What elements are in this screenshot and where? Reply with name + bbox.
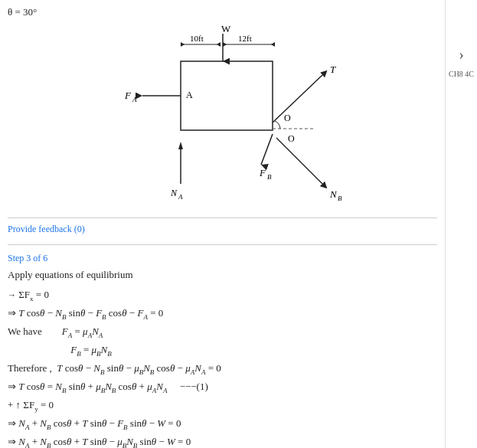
svg-text:A: A [132,96,137,103]
main-content: θ = 30° W 10ft 12ft [0,0,445,448]
step-section: Step 3 of 6 Apply equations of equilibri… [8,244,437,448]
eq9: ⇒ NA + NB cosθ + T sinθ − μBNB sinθ − W … [8,434,437,448]
feedback-link[interactable]: Provide feedback (0) [8,224,85,234]
svg-marker-6 [271,42,275,47]
label-fb: F [259,167,266,178]
eq2: ⇒ T cosθ − NB sinθ − FB cosθ − FA = 0 [8,306,437,322]
step-label: Step 3 of 6 [8,253,437,264]
eq1: → ΣFx = 0 [8,287,437,304]
label-nb: N [329,188,338,200]
eq3: We have FA = μANA [8,324,437,341]
eq4: FB = μBNB [38,342,437,359]
svg-marker-11 [178,142,183,149]
equations-block: → ΣFx = 0 ⇒ T cosθ − NB sinθ − FB cosθ −… [8,287,437,448]
svg-text:B: B [267,173,272,181]
svg-text:A: A [178,193,183,201]
svg-marker-3 [217,42,221,47]
theta-label: θ = 30° [8,6,437,18]
step-title: Apply equations of equilibrium [8,269,437,281]
label-10ft: 10ft [190,34,204,43]
sidebar-chapter-label: CH8 4C [449,70,474,78]
svg-marker-5 [223,42,227,47]
eq6: ⇒ T cosθ = NB sinθ + μBNB cosθ + μANA −−… [8,379,437,396]
label-12ft: 12ft [238,34,252,43]
label-o2: O [288,133,295,144]
label-na: N [170,188,178,198]
page-wrapper: θ = 30° W 10ft 12ft [0,0,477,448]
sidebar: › CH8 4C [445,0,477,448]
label-o1: O [284,113,291,123]
label-w: W [221,23,231,34]
eq8: ⇒ NA + NB cosθ + T sinθ − FB sinθ − W = … [8,416,437,433]
sidebar-nav-arrow[interactable]: › [459,46,464,64]
eq5: Therefore , T cosθ − NB sinθ − μBNB cosθ… [8,361,437,378]
svg-text:B: B [338,195,342,202]
diagram-area: W 10ft 12ft A [70,23,376,214]
label-fa: F [124,90,132,101]
label-t: T [330,64,336,75]
diagram-svg: W 10ft 12ft A [70,23,376,214]
svg-line-17 [276,138,322,184]
svg-marker-2 [181,42,185,47]
svg-rect-7 [181,61,273,130]
svg-line-14 [273,75,322,123]
svg-line-15 [261,134,273,165]
label-a: A [186,90,193,100]
feedback-section: Provide feedback (0) [8,217,437,240]
eq7: + ↑ ΣFy = 0 [8,397,437,414]
